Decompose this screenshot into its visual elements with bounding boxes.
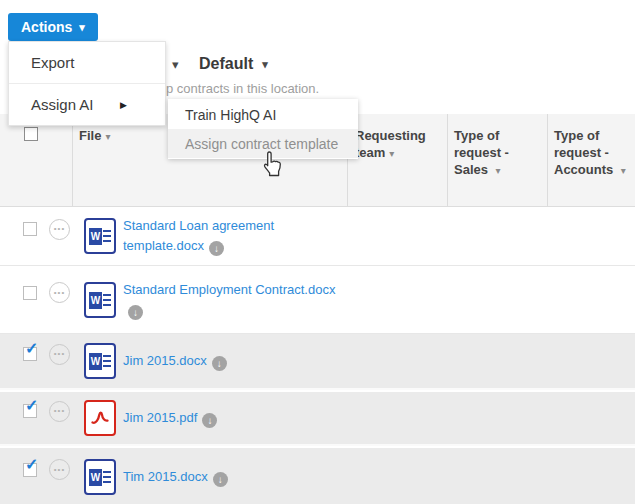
file-type-icon: W [84, 218, 116, 254]
row-checkbox[interactable]: ✓ [23, 463, 37, 477]
ellipsis-icon: ••• [54, 350, 65, 358]
row-checkbox[interactable] [23, 222, 37, 236]
table-row: ••• W Standard Loan agreement template.d… [0, 207, 635, 266]
column-header-type-request-accounts[interactable]: Type of request - Accounts ▾ [547, 114, 635, 206]
check-icon: ✓ [25, 457, 38, 473]
actions-dropdown-menu: Export Assign AI ▶ [8, 41, 166, 126]
file-link[interactable]: Standard Employment Contract.docx [123, 282, 335, 297]
more-options-button[interactable]: ••• [49, 344, 70, 365]
select-all-checkbox[interactable] [24, 127, 38, 141]
download-icon[interactable]: ↓ [202, 413, 217, 428]
ellipsis-icon: ••• [54, 289, 65, 297]
select-all-cell [0, 114, 72, 206]
assign-ai-submenu: Train HighQ AI Assign contract template [168, 99, 358, 159]
view-selector-label: Default [199, 55, 253, 73]
table-row: ✓ ••• W Jim 2015.docx↓ [0, 334, 635, 390]
row-checkbox[interactable]: ✓ [23, 347, 37, 361]
submenu-item-train-highq-ai[interactable]: Train HighQ AI [168, 100, 358, 129]
view-selector-dropdown[interactable]: Default ▾ [199, 55, 268, 73]
actions-button-label: Actions [21, 19, 72, 35]
menu-item-label: Export [31, 54, 74, 71]
menu-item-assign-ai[interactable]: Assign AI ▶ [9, 84, 165, 125]
more-options-button[interactable]: ••• [49, 401, 70, 422]
file-cell: Tim 2015.docx↓ [123, 467, 351, 487]
download-icon[interactable]: ↓ [209, 241, 224, 256]
submenu-item-label: Assign contract template [185, 136, 338, 152]
file-link[interactable]: Jim 2015.docx [123, 353, 207, 368]
file-link[interactable]: Jim 2015.pdf [123, 410, 197, 425]
column-header-type-request-sales[interactable]: Type of request - Sales ▾ [447, 114, 547, 206]
table-row: ••• W Standard Employment Contract.docx↓ [0, 266, 635, 334]
file-type-icon: W [84, 282, 116, 318]
column-label: File [79, 128, 101, 143]
caret-down-icon: ▾ [262, 58, 268, 71]
location-helper-text: p contracts in this location. [166, 81, 319, 96]
more-options-button[interactable]: ••• [49, 282, 70, 303]
sort-caret-icon[interactable]: ▾ [105, 131, 110, 142]
file-cell: Jim 2015.pdf↓ [123, 408, 351, 428]
submenu-arrow-icon: ▶ [120, 100, 127, 110]
row-checkbox[interactable] [23, 286, 37, 300]
file-type-icon: W [84, 343, 116, 379]
download-icon[interactable]: ↓ [212, 356, 227, 371]
row-checkbox[interactable]: ✓ [23, 404, 37, 418]
download-icon[interactable]: ↓ [128, 305, 143, 320]
documents-page: File▾ Requesting team▾ Type of request -… [0, 0, 635, 504]
ellipsis-icon: ••• [54, 466, 65, 474]
sort-caret-icon[interactable]: ▾ [389, 148, 394, 159]
file-cell: Jim 2015.docx↓ [123, 351, 351, 371]
file-cell: Standard Employment Contract.docx↓ [123, 280, 351, 320]
more-options-button[interactable]: ••• [49, 459, 70, 480]
submenu-item-assign-contract-template[interactable]: Assign contract template [168, 129, 358, 158]
more-options-button[interactable]: ••• [49, 219, 70, 240]
actions-button[interactable]: Actions ▾ [8, 13, 98, 41]
menu-item-label: Assign AI [31, 96, 94, 113]
sort-caret-icon[interactable]: ▾ [496, 165, 501, 176]
menu-item-export[interactable]: Export [9, 42, 165, 83]
check-icon: ✓ [25, 398, 38, 414]
ellipsis-icon: ••• [54, 225, 65, 233]
sort-caret-icon[interactable]: ▾ [621, 165, 626, 176]
file-cell: Standard Loan agreement template.docx↓ [123, 216, 351, 256]
file-type-icon: W [84, 459, 116, 495]
hidden-dropdown-caret-icon[interactable]: ▾ [172, 57, 179, 72]
ellipsis-icon: ••• [54, 407, 65, 415]
column-label: Type of request - Accounts [554, 128, 613, 177]
caret-down-icon: ▾ [79, 22, 85, 33]
file-type-icon [84, 400, 116, 436]
column-label: Type of request - Sales [454, 128, 509, 177]
table-row: ✓ ••• Jim 2015.pdf↓ [0, 392, 635, 446]
file-link[interactable]: Standard Loan agreement template.docx [123, 218, 274, 253]
submenu-item-label: Train HighQ AI [185, 107, 276, 123]
file-link[interactable]: Tim 2015.docx [123, 469, 208, 484]
table-row: ✓ ••• W Tim 2015.docx↓ [0, 448, 635, 504]
download-icon[interactable]: ↓ [213, 472, 228, 487]
column-header-requesting-team[interactable]: Requesting team▾ [347, 114, 447, 206]
check-icon: ✓ [25, 341, 38, 357]
